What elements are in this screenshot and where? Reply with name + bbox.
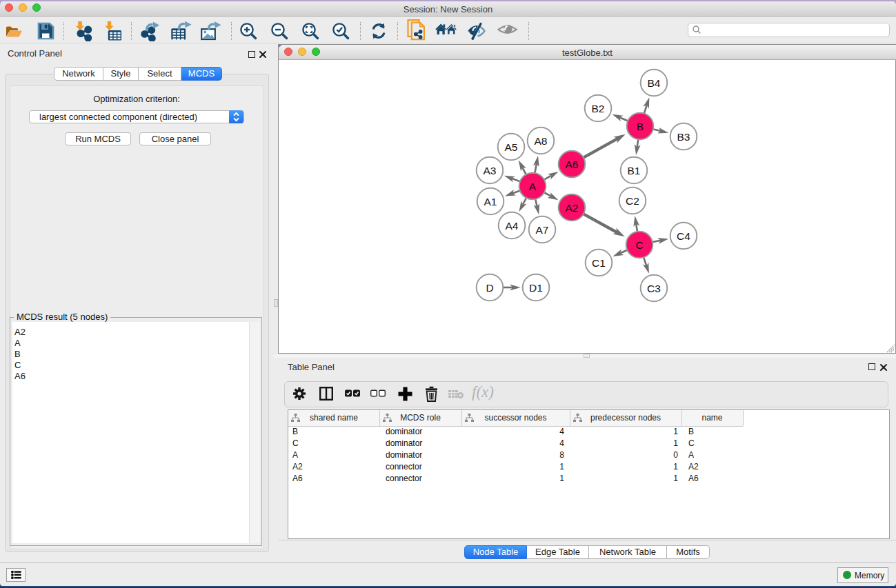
svg-text:B3: B3 [677,131,690,143]
svg-text:D: D [486,282,493,294]
svg-text:A2: A2 [566,202,579,214]
svg-text:C3: C3 [647,283,661,294]
svg-text:B: B [637,121,644,132]
svg-text:C1: C1 [592,257,606,269]
svg-text:C: C [635,239,643,251]
svg-text:A6: A6 [566,159,579,170]
svg-text:A7: A7 [536,224,549,236]
svg-text:D1: D1 [529,282,543,294]
svg-text:B2: B2 [592,103,605,114]
svg-text:C4: C4 [677,230,690,242]
svg-text:A8: A8 [535,135,548,147]
svg-text:A5: A5 [505,141,518,153]
svg-text:A4: A4 [506,220,519,232]
svg-text:C2: C2 [626,195,639,207]
svg-text:A: A [529,181,537,192]
svg-text:B4: B4 [648,77,661,89]
svg-text:A1: A1 [484,196,497,207]
svg-text:B1: B1 [628,165,641,176]
svg-text:A3: A3 [484,165,497,176]
